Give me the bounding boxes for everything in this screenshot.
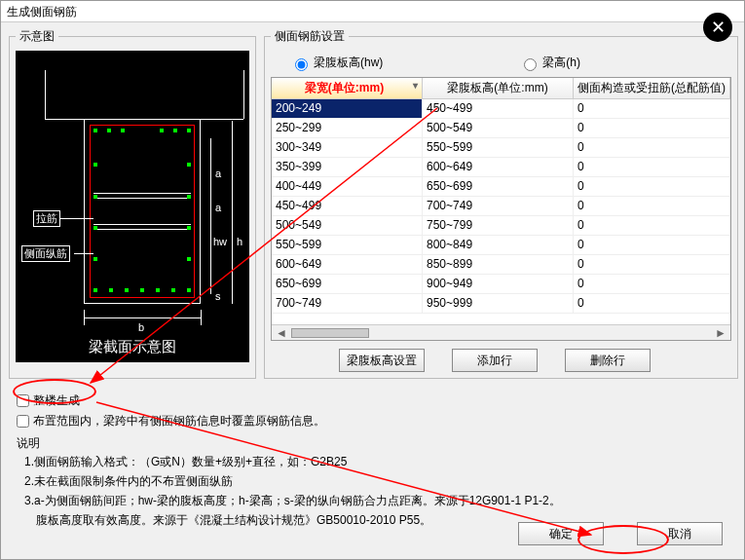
table-row[interactable]: 600~649850~8990 <box>272 255 730 275</box>
grid-body[interactable]: 200~249450~4990250~299500~5490300~349550… <box>272 99 730 324</box>
scroll-right-icon[interactable]: ► <box>715 326 726 340</box>
cancel-button[interactable]: 取消 <box>637 522 723 545</box>
overwrite-checkbox[interactable] <box>17 415 29 428</box>
table-row[interactable]: 700~749950~9990 <box>272 294 730 314</box>
table-row[interactable]: 550~599800~8490 <box>272 236 730 255</box>
table-row[interactable]: 250~299500~5490 <box>272 119 730 138</box>
desc-line-2: 2.未在截面限制条件内的不布置侧面纵筋 <box>17 471 734 491</box>
dialog-title: 生成侧面钢筋 <box>1 1 744 22</box>
ok-button[interactable]: 确定 <box>518 522 604 545</box>
whole-building-checkbox[interactable] <box>17 394 29 407</box>
diagram-panel: 示意图 拉筋 <box>9 28 256 379</box>
grid-header-col1[interactable]: 梁宽(单位:mm)▾ <box>272 78 423 98</box>
grid: 梁宽(单位:mm)▾ 梁腹板高(单位:mm) 侧面构造或受扭筋(总配筋值) 20… <box>271 77 731 341</box>
diagram: 拉筋 侧面纵筋 a a hw h s b 梁截面示意图 <box>16 51 249 362</box>
desc-line-3: 3.a-为侧面钢筋间距；hw-梁的腹板高度；h-梁高；s-梁的纵向钢筋合力点距离… <box>17 491 734 510</box>
table-row[interactable]: 350~399600~6490 <box>272 158 730 177</box>
add-row-button[interactable]: 添加行 <box>452 349 538 372</box>
desc-header: 说明 <box>17 431 734 452</box>
scroll-left-icon[interactable]: ◄ <box>276 326 287 340</box>
radio-hw[interactable]: 梁腹板高(hw) <box>290 55 383 71</box>
lower-section: 整楼生成 布置范围内，梁跨中有侧面钢筋信息时覆盖原钢筋信息。 说明 1.侧面钢筋… <box>1 387 744 530</box>
grid-header-col2[interactable]: 梁腹板高(单位:mm) <box>423 78 574 98</box>
grid-scrollbar-h[interactable]: ◄► <box>272 324 730 340</box>
table-row[interactable]: 300~349550~5990 <box>272 138 730 158</box>
delete-row-button[interactable]: 删除行 <box>565 349 651 372</box>
grid-header-col3[interactable]: 侧面构造或受扭筋(总配筋值) <box>574 78 730 98</box>
table-row[interactable]: 450~499700~7490 <box>272 197 730 216</box>
dialog: 生成侧面钢筋 ✕ 示意图 <box>0 0 745 560</box>
table-row[interactable]: 200~249450~4990 <box>272 99 730 119</box>
whole-building-label: 整楼生成 <box>33 392 80 409</box>
table-row[interactable]: 400~449650~6990 <box>272 177 730 197</box>
settings-panel: 侧面钢筋设置 梁腹板高(hw) 梁高(h) 梁宽(单位:mm)▾ 梁腹板高(单位… <box>264 28 738 379</box>
close-icon[interactable]: ✕ <box>703 13 732 42</box>
diagram-caption: 梁截面示意图 <box>16 338 249 356</box>
diagram-label-cemian: 侧面纵筋 <box>21 245 70 262</box>
table-row[interactable]: 650~699900~9490 <box>272 275 730 294</box>
desc-line-1: 1.侧面钢筋输入格式：（G或N）数量+级别+直径，如：G2B25 <box>17 452 734 471</box>
overwrite-label: 布置范围内，梁跨中有侧面钢筋信息时覆盖原钢筋信息。 <box>33 413 325 429</box>
sort-icon: ▾ <box>413 80 418 91</box>
settings-legend: 侧面钢筋设置 <box>271 28 349 45</box>
diagram-label-lajin: 拉筋 <box>33 210 60 227</box>
table-row[interactable]: 500~549750~7990 <box>272 216 730 236</box>
fuban-setting-button[interactable]: 梁腹板高设置 <box>339 349 425 372</box>
diagram-legend: 示意图 <box>16 28 58 45</box>
radio-h[interactable]: 梁高(h) <box>519 55 580 71</box>
